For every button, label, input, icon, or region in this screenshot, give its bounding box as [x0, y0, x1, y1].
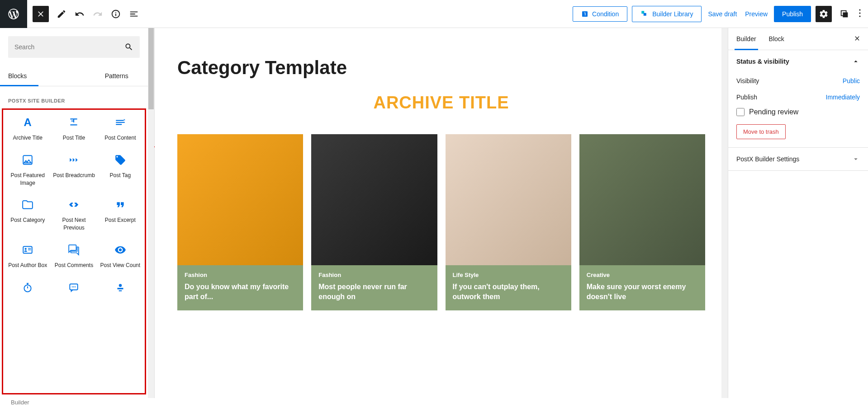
close-inserter-button[interactable] — [33, 6, 49, 22]
inserter-panel: Blocks Patterns POSTX SITE BUILDER AArch… — [0, 28, 155, 398]
section-header[interactable]: PostX Builder Settings — [728, 148, 868, 170]
block-post-excerpt[interactable]: Post Excerpt — [97, 192, 143, 237]
condition-button[interactable]: Condition — [573, 6, 627, 22]
section-header[interactable]: Status & visibility — [728, 50, 868, 73]
publish-button[interactable]: Publish — [774, 6, 811, 22]
toolbar-right: Condition Builder Library Save draft Pre… — [573, 6, 863, 22]
tab-block[interactable]: Block — [763, 28, 791, 50]
block-post-comments[interactable]: Post Comments — [51, 237, 97, 275]
image-icon — [22, 154, 33, 166]
builder-library-button[interactable]: Builder Library — [632, 6, 702, 22]
section-title: PostX Builder Settings — [736, 155, 799, 163]
overlap-icon — [840, 9, 849, 19]
close-settings-button[interactable] — [846, 34, 868, 44]
search-icon — [124, 42, 133, 52]
redo-button[interactable] — [90, 6, 106, 22]
svg-point-4 — [859, 9, 860, 10]
pencil-icon — [57, 9, 66, 19]
list-view-button[interactable] — [126, 6, 142, 22]
block-author-box[interactable]: Post Author Box — [5, 237, 51, 275]
block-extra-1[interactable] — [5, 275, 51, 305]
page-title[interactable]: Category Template — [177, 57, 705, 79]
search-container — [0, 28, 154, 66]
post-card[interactable]: Life StyleIf you can't outplay them, out… — [446, 134, 571, 310]
post-image — [311, 134, 437, 265]
pending-review-checkbox[interactable] — [736, 108, 745, 116]
timer-icon — [22, 281, 33, 293]
block-extra-2[interactable] — [51, 275, 97, 305]
chevron-down-icon — [852, 155, 860, 163]
tab-blocks[interactable]: Blocks — [0, 66, 77, 86]
block-post-content[interactable]: Post Content — [97, 110, 143, 147]
svg-point-12 — [72, 286, 73, 287]
editor-canvas[interactable]: Category Template ARCHIVE TITLE FashionD… — [155, 28, 728, 398]
block-post-title[interactable]: Post Title — [51, 110, 97, 147]
tab-builder[interactable]: Builder — [728, 28, 763, 50]
svg-rect-16 — [117, 288, 123, 289]
canvas-scrollbar[interactable] — [721, 28, 728, 398]
redo-icon — [93, 9, 103, 19]
post-meta: Life StyleIf you can't outplay them, out… — [446, 265, 571, 310]
block-post-tag[interactable]: Post Tag — [97, 147, 143, 192]
settings-button[interactable] — [816, 6, 832, 22]
post-grid[interactable]: FashionDo you know what my favorite part… — [177, 134, 705, 310]
post-category: Fashion — [318, 272, 430, 278]
block-next-previous[interactable]: Post Next Previous — [51, 192, 97, 237]
svg-point-13 — [73, 286, 74, 287]
scroll-thumb[interactable] — [148, 28, 154, 109]
search-input[interactable] — [14, 43, 124, 51]
post-card[interactable]: FashionMost people never run far enough … — [311, 134, 437, 310]
undo-icon — [75, 9, 85, 19]
edit-tool-button[interactable] — [53, 6, 70, 22]
block-label: Post View Count — [100, 262, 141, 269]
archive-title-block[interactable]: ARCHIVE TITLE — [177, 93, 705, 113]
section-title: Status & visibility — [736, 58, 789, 65]
block-post-category[interactable]: Post Category — [5, 192, 51, 237]
block-label: Archive Title — [13, 134, 42, 142]
view-button[interactable] — [836, 6, 853, 22]
block-featured-image[interactable]: Post Featured Image — [5, 147, 51, 192]
move-to-trash-button[interactable]: Move to trash — [736, 124, 786, 139]
post-meta: FashionDo you know what my favorite part… — [177, 265, 303, 310]
preview-link[interactable]: Preview — [743, 10, 769, 18]
wordpress-icon — [7, 8, 20, 20]
block-archive-title[interactable]: AArchive Title — [5, 110, 51, 147]
left-scrollbar[interactable] — [148, 28, 154, 398]
post-title: Do you know what my favorite part of... — [185, 282, 296, 302]
library-label: Builder Library — [652, 10, 693, 18]
info-icon — [111, 9, 121, 19]
wordpress-logo[interactable] — [0, 0, 27, 28]
block-label: Post Breadcrumb — [53, 172, 95, 179]
details-button[interactable] — [108, 6, 124, 22]
library-icon — [640, 10, 649, 18]
more-options-button[interactable] — [857, 9, 863, 19]
block-label: Post Title — [63, 134, 85, 142]
tab-patterns[interactable]: Patterns — [77, 66, 155, 86]
quote-icon — [114, 199, 126, 211]
close-icon — [854, 35, 861, 42]
post-card[interactable]: FashionDo you know what my favorite part… — [177, 134, 303, 310]
publish-value[interactable]: Immediately — [826, 94, 860, 101]
svg-point-15 — [119, 284, 122, 287]
undo-button[interactable] — [71, 6, 88, 22]
condition-icon — [581, 10, 588, 18]
block-view-count[interactable]: Post View Count — [97, 237, 143, 275]
visibility-value[interactable]: Public — [843, 77, 860, 84]
eye-icon — [114, 244, 126, 256]
post-title: Make sure your worst enemy doesn't live — [587, 282, 698, 302]
person-icon — [114, 281, 126, 293]
svg-text:A: A — [24, 117, 32, 128]
block-extra-3[interactable] — [97, 275, 143, 305]
post-category: Life Style — [453, 272, 564, 278]
publish-row: Publish Immediately — [736, 89, 860, 105]
pending-review-label: Pending review — [749, 108, 798, 116]
save-draft-link[interactable]: Save draft — [706, 10, 739, 18]
block-label: Post Comments — [55, 262, 93, 269]
block-label: Post Tag — [110, 172, 131, 179]
svg-rect-1 — [644, 13, 646, 15]
block-label: Post Next Previous — [52, 216, 95, 232]
block-label: Post Featured Image — [6, 172, 49, 187]
block-breadcrumb[interactable]: Post Breadcrumb — [51, 147, 97, 192]
search-box — [8, 36, 140, 58]
post-card[interactable]: CreativeMake sure your worst enemy doesn… — [579, 134, 705, 310]
